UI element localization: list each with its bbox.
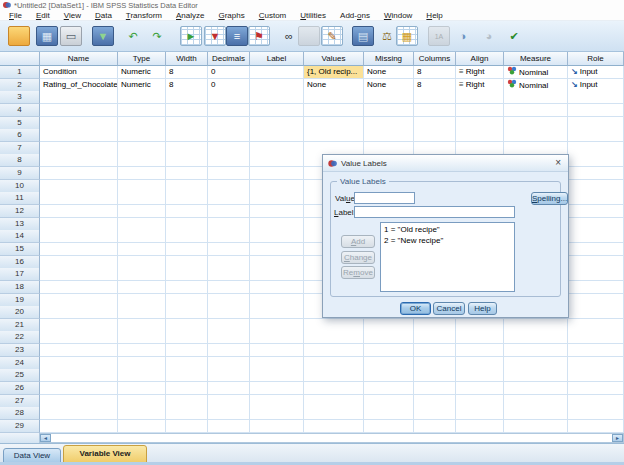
cell-columns[interactable]: [414, 117, 456, 130]
row-header[interactable]: 28: [0, 407, 40, 420]
cell-name[interactable]: [40, 167, 118, 180]
cell-decimals[interactable]: [208, 331, 250, 344]
cell-decimals[interactable]: [208, 357, 250, 370]
cell-columns[interactable]: 8: [414, 66, 456, 79]
cell-width[interactable]: [166, 344, 208, 357]
cell-decimals[interactable]: [208, 205, 250, 218]
cell-measure[interactable]: [504, 395, 568, 408]
cell-label[interactable]: [250, 268, 304, 281]
cell-role[interactable]: [568, 268, 624, 281]
cell-width[interactable]: [166, 294, 208, 307]
cell-values[interactable]: None: [304, 79, 364, 92]
cell-decimals[interactable]: [208, 420, 250, 433]
cell-name[interactable]: [40, 243, 118, 256]
cell-name[interactable]: [40, 180, 118, 193]
cell-role[interactable]: [568, 294, 624, 307]
cell-type[interactable]: [118, 369, 166, 382]
cell-width[interactable]: [166, 167, 208, 180]
cell-width[interactable]: [166, 205, 208, 218]
cell-name[interactable]: [40, 142, 118, 155]
cell-name[interactable]: [40, 382, 118, 395]
cell-decimals[interactable]: [208, 395, 250, 408]
cell-measure[interactable]: [504, 142, 568, 155]
cell-columns[interactable]: [414, 369, 456, 382]
cell-role[interactable]: [568, 319, 624, 332]
cell-role[interactable]: [568, 104, 624, 117]
row-header[interactable]: 8: [0, 154, 40, 167]
col-header-width[interactable]: Width: [166, 52, 208, 66]
cell-decimals[interactable]: [208, 142, 250, 155]
cell-missing[interactable]: [364, 91, 414, 104]
weight-cases-icon[interactable]: ⚖: [376, 26, 398, 46]
cell-width[interactable]: [166, 268, 208, 281]
cell-missing[interactable]: None: [364, 66, 414, 79]
cell-width[interactable]: [166, 180, 208, 193]
cell-decimals[interactable]: [208, 306, 250, 319]
cell-role[interactable]: [568, 357, 624, 370]
cell-values[interactable]: [304, 420, 364, 433]
cell-label[interactable]: [250, 306, 304, 319]
cell-decimals[interactable]: [208, 117, 250, 130]
cell-align[interactable]: [456, 407, 504, 420]
row-header[interactable]: 15: [0, 243, 40, 256]
spell-check-icon[interactable]: ✔: [503, 26, 525, 46]
cell-values[interactable]: {1, Old recip...: [304, 66, 364, 79]
row-header[interactable]: 10: [0, 180, 40, 193]
cell-width[interactable]: 8: [166, 66, 208, 79]
cell-values[interactable]: [304, 91, 364, 104]
cell-missing[interactable]: [364, 117, 414, 130]
row-header[interactable]: 5: [0, 117, 40, 130]
dialog-title-bar[interactable]: Value Labels ×: [323, 155, 568, 172]
cell-type[interactable]: [118, 395, 166, 408]
cell-label[interactable]: [250, 104, 304, 117]
cell-columns[interactable]: [414, 331, 456, 344]
use-variable-sets-icon[interactable]: ◑: [452, 26, 474, 46]
cell-decimals[interactable]: [208, 180, 250, 193]
cell-measure[interactable]: [504, 407, 568, 420]
find-icon[interactable]: ∞: [278, 26, 300, 46]
cell-align[interactable]: [456, 344, 504, 357]
cell-name[interactable]: [40, 192, 118, 205]
cell-values[interactable]: [304, 382, 364, 395]
cell-decimals[interactable]: [208, 256, 250, 269]
cell-label[interactable]: [250, 369, 304, 382]
cell-missing[interactable]: [364, 104, 414, 117]
col-header-values[interactable]: Values: [304, 52, 364, 66]
cell-label[interactable]: [250, 243, 304, 256]
cell-label[interactable]: [250, 154, 304, 167]
cell-values[interactable]: [304, 407, 364, 420]
cell-type[interactable]: [118, 344, 166, 357]
cell-name[interactable]: [40, 205, 118, 218]
cell-role[interactable]: [568, 129, 624, 142]
cell-align[interactable]: [456, 369, 504, 382]
cell-name[interactable]: [40, 256, 118, 269]
row-header[interactable]: 2: [0, 79, 40, 92]
cell-columns[interactable]: [414, 319, 456, 332]
cell-name[interactable]: [40, 331, 118, 344]
cell-role[interactable]: [568, 281, 624, 294]
cell-name[interactable]: [40, 268, 118, 281]
menu-file[interactable]: File: [2, 10, 29, 21]
cell-role[interactable]: ↘Input: [568, 79, 624, 92]
cell-role[interactable]: [568, 230, 624, 243]
cell-width[interactable]: [166, 192, 208, 205]
cell-type[interactable]: [118, 407, 166, 420]
cell-decimals[interactable]: [208, 230, 250, 243]
cell-name[interactable]: [40, 395, 118, 408]
cell-values[interactable]: [304, 117, 364, 130]
cell-label[interactable]: [250, 79, 304, 92]
dialog-close-icon[interactable]: ×: [553, 158, 563, 168]
cell-missing[interactable]: [364, 344, 414, 357]
cell-decimals[interactable]: [208, 319, 250, 332]
cell-align[interactable]: ≡Right: [456, 66, 504, 79]
row-header[interactable]: 24: [0, 357, 40, 370]
col-header-align[interactable]: Align: [456, 52, 504, 66]
menu-data[interactable]: Data: [88, 10, 119, 21]
cell-measure[interactable]: [504, 319, 568, 332]
menu-analyze[interactable]: Analyze: [169, 10, 211, 21]
cell-role[interactable]: ↘Input: [568, 66, 624, 79]
row-header[interactable]: 27: [0, 395, 40, 408]
cell-measure[interactable]: Nominal: [504, 66, 568, 79]
cell-label[interactable]: [250, 319, 304, 332]
cell-width[interactable]: [166, 319, 208, 332]
